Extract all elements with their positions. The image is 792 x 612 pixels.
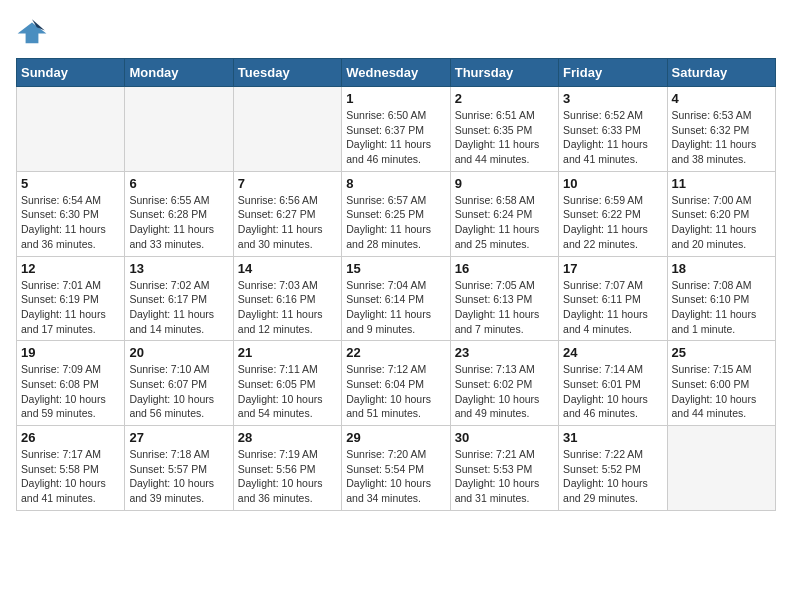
- day-info: Sunrise: 7:13 AM Sunset: 6:02 PM Dayligh…: [455, 362, 554, 421]
- day-number: 13: [129, 261, 228, 276]
- calendar-cell: 28Sunrise: 7:19 AM Sunset: 5:56 PM Dayli…: [233, 426, 341, 511]
- day-info: Sunrise: 7:00 AM Sunset: 6:20 PM Dayligh…: [672, 193, 771, 252]
- day-number: 23: [455, 345, 554, 360]
- day-info: Sunrise: 7:18 AM Sunset: 5:57 PM Dayligh…: [129, 447, 228, 506]
- day-info: Sunrise: 6:59 AM Sunset: 6:22 PM Dayligh…: [563, 193, 662, 252]
- page-header: [16, 16, 776, 48]
- day-number: 11: [672, 176, 771, 191]
- day-number: 6: [129, 176, 228, 191]
- day-number: 10: [563, 176, 662, 191]
- day-info: Sunrise: 7:07 AM Sunset: 6:11 PM Dayligh…: [563, 278, 662, 337]
- calendar-cell: 22Sunrise: 7:12 AM Sunset: 6:04 PM Dayli…: [342, 341, 450, 426]
- calendar-cell: 17Sunrise: 7:07 AM Sunset: 6:11 PM Dayli…: [559, 256, 667, 341]
- logo: [16, 16, 52, 48]
- calendar-cell: 10Sunrise: 6:59 AM Sunset: 6:22 PM Dayli…: [559, 171, 667, 256]
- day-number: 5: [21, 176, 120, 191]
- day-info: Sunrise: 7:11 AM Sunset: 6:05 PM Dayligh…: [238, 362, 337, 421]
- day-info: Sunrise: 7:01 AM Sunset: 6:19 PM Dayligh…: [21, 278, 120, 337]
- calendar-week-row: 19Sunrise: 7:09 AM Sunset: 6:08 PM Dayli…: [17, 341, 776, 426]
- calendar-cell: 15Sunrise: 7:04 AM Sunset: 6:14 PM Dayli…: [342, 256, 450, 341]
- day-number: 19: [21, 345, 120, 360]
- day-info: Sunrise: 7:22 AM Sunset: 5:52 PM Dayligh…: [563, 447, 662, 506]
- weekday-header: Monday: [125, 59, 233, 87]
- day-info: Sunrise: 6:52 AM Sunset: 6:33 PM Dayligh…: [563, 108, 662, 167]
- logo-icon: [16, 16, 48, 48]
- day-info: Sunrise: 7:04 AM Sunset: 6:14 PM Dayligh…: [346, 278, 445, 337]
- day-number: 25: [672, 345, 771, 360]
- day-info: Sunrise: 7:14 AM Sunset: 6:01 PM Dayligh…: [563, 362, 662, 421]
- weekday-header: Sunday: [17, 59, 125, 87]
- calendar-cell: [125, 87, 233, 172]
- day-info: Sunrise: 7:19 AM Sunset: 5:56 PM Dayligh…: [238, 447, 337, 506]
- day-number: 12: [21, 261, 120, 276]
- svg-marker-0: [18, 22, 47, 43]
- weekday-header: Saturday: [667, 59, 775, 87]
- calendar-cell: 21Sunrise: 7:11 AM Sunset: 6:05 PM Dayli…: [233, 341, 341, 426]
- day-info: Sunrise: 7:02 AM Sunset: 6:17 PM Dayligh…: [129, 278, 228, 337]
- calendar-cell: 9Sunrise: 6:58 AM Sunset: 6:24 PM Daylig…: [450, 171, 558, 256]
- day-number: 30: [455, 430, 554, 445]
- calendar-cell: 7Sunrise: 6:56 AM Sunset: 6:27 PM Daylig…: [233, 171, 341, 256]
- calendar-week-row: 5Sunrise: 6:54 AM Sunset: 6:30 PM Daylig…: [17, 171, 776, 256]
- day-number: 20: [129, 345, 228, 360]
- day-info: Sunrise: 7:09 AM Sunset: 6:08 PM Dayligh…: [21, 362, 120, 421]
- calendar-cell: 12Sunrise: 7:01 AM Sunset: 6:19 PM Dayli…: [17, 256, 125, 341]
- calendar-cell: 26Sunrise: 7:17 AM Sunset: 5:58 PM Dayli…: [17, 426, 125, 511]
- day-info: Sunrise: 7:03 AM Sunset: 6:16 PM Dayligh…: [238, 278, 337, 337]
- calendar-cell: 29Sunrise: 7:20 AM Sunset: 5:54 PM Dayli…: [342, 426, 450, 511]
- day-number: 1: [346, 91, 445, 106]
- weekday-row: SundayMondayTuesdayWednesdayThursdayFrid…: [17, 59, 776, 87]
- day-info: Sunrise: 7:15 AM Sunset: 6:00 PM Dayligh…: [672, 362, 771, 421]
- calendar-cell: 11Sunrise: 7:00 AM Sunset: 6:20 PM Dayli…: [667, 171, 775, 256]
- calendar-cell: 27Sunrise: 7:18 AM Sunset: 5:57 PM Dayli…: [125, 426, 233, 511]
- day-info: Sunrise: 6:58 AM Sunset: 6:24 PM Dayligh…: [455, 193, 554, 252]
- day-info: Sunrise: 6:54 AM Sunset: 6:30 PM Dayligh…: [21, 193, 120, 252]
- day-number: 8: [346, 176, 445, 191]
- calendar-cell: 19Sunrise: 7:09 AM Sunset: 6:08 PM Dayli…: [17, 341, 125, 426]
- calendar-cell: 20Sunrise: 7:10 AM Sunset: 6:07 PM Dayli…: [125, 341, 233, 426]
- calendar-cell: 6Sunrise: 6:55 AM Sunset: 6:28 PM Daylig…: [125, 171, 233, 256]
- day-number: 15: [346, 261, 445, 276]
- day-info: Sunrise: 6:57 AM Sunset: 6:25 PM Dayligh…: [346, 193, 445, 252]
- day-info: Sunrise: 6:55 AM Sunset: 6:28 PM Dayligh…: [129, 193, 228, 252]
- calendar-cell: 16Sunrise: 7:05 AM Sunset: 6:13 PM Dayli…: [450, 256, 558, 341]
- calendar-cell: 8Sunrise: 6:57 AM Sunset: 6:25 PM Daylig…: [342, 171, 450, 256]
- calendar-cell: 24Sunrise: 7:14 AM Sunset: 6:01 PM Dayli…: [559, 341, 667, 426]
- day-number: 2: [455, 91, 554, 106]
- day-number: 9: [455, 176, 554, 191]
- day-info: Sunrise: 7:12 AM Sunset: 6:04 PM Dayligh…: [346, 362, 445, 421]
- day-info: Sunrise: 7:10 AM Sunset: 6:07 PM Dayligh…: [129, 362, 228, 421]
- day-number: 31: [563, 430, 662, 445]
- calendar-week-row: 12Sunrise: 7:01 AM Sunset: 6:19 PM Dayli…: [17, 256, 776, 341]
- day-number: 21: [238, 345, 337, 360]
- weekday-header: Thursday: [450, 59, 558, 87]
- day-number: 3: [563, 91, 662, 106]
- calendar-table: SundayMondayTuesdayWednesdayThursdayFrid…: [16, 58, 776, 511]
- calendar-cell: 3Sunrise: 6:52 AM Sunset: 6:33 PM Daylig…: [559, 87, 667, 172]
- day-info: Sunrise: 7:05 AM Sunset: 6:13 PM Dayligh…: [455, 278, 554, 337]
- calendar-body: 1Sunrise: 6:50 AM Sunset: 6:37 PM Daylig…: [17, 87, 776, 511]
- calendar-header: SundayMondayTuesdayWednesdayThursdayFrid…: [17, 59, 776, 87]
- calendar-cell: 18Sunrise: 7:08 AM Sunset: 6:10 PM Dayli…: [667, 256, 775, 341]
- calendar-cell: 2Sunrise: 6:51 AM Sunset: 6:35 PM Daylig…: [450, 87, 558, 172]
- day-number: 28: [238, 430, 337, 445]
- calendar-cell: 31Sunrise: 7:22 AM Sunset: 5:52 PM Dayli…: [559, 426, 667, 511]
- calendar-cell: 25Sunrise: 7:15 AM Sunset: 6:00 PM Dayli…: [667, 341, 775, 426]
- calendar-cell: 30Sunrise: 7:21 AM Sunset: 5:53 PM Dayli…: [450, 426, 558, 511]
- day-number: 27: [129, 430, 228, 445]
- day-info: Sunrise: 6:53 AM Sunset: 6:32 PM Dayligh…: [672, 108, 771, 167]
- weekday-header: Friday: [559, 59, 667, 87]
- day-number: 26: [21, 430, 120, 445]
- calendar-cell: 1Sunrise: 6:50 AM Sunset: 6:37 PM Daylig…: [342, 87, 450, 172]
- calendar-cell: 23Sunrise: 7:13 AM Sunset: 6:02 PM Dayli…: [450, 341, 558, 426]
- calendar-cell: 13Sunrise: 7:02 AM Sunset: 6:17 PM Dayli…: [125, 256, 233, 341]
- day-number: 17: [563, 261, 662, 276]
- day-info: Sunrise: 6:56 AM Sunset: 6:27 PM Dayligh…: [238, 193, 337, 252]
- day-number: 14: [238, 261, 337, 276]
- calendar-cell: [233, 87, 341, 172]
- day-info: Sunrise: 6:50 AM Sunset: 6:37 PM Dayligh…: [346, 108, 445, 167]
- calendar-cell: 14Sunrise: 7:03 AM Sunset: 6:16 PM Dayli…: [233, 256, 341, 341]
- calendar-week-row: 26Sunrise: 7:17 AM Sunset: 5:58 PM Dayli…: [17, 426, 776, 511]
- day-number: 18: [672, 261, 771, 276]
- weekday-header: Tuesday: [233, 59, 341, 87]
